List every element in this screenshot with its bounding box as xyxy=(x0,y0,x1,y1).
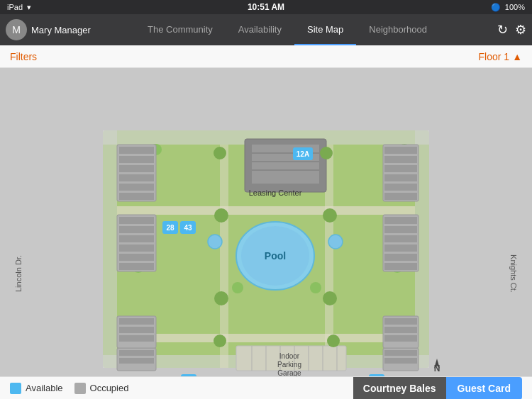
svg-rect-89 xyxy=(119,327,154,333)
svg-rect-64 xyxy=(384,147,417,154)
svg-rect-3 xyxy=(103,130,117,368)
svg-rect-61 xyxy=(119,184,154,191)
svg-rect-88 xyxy=(119,318,154,325)
svg-rect-96 xyxy=(384,327,417,333)
resident-name: Courtney Bales xyxy=(353,377,446,400)
settings-icon[interactable]: ⚙ xyxy=(515,22,526,38)
floor-label: Floor 1 xyxy=(479,51,510,62)
svg-rect-62 xyxy=(119,193,154,200)
svg-text:Parking: Parking xyxy=(277,361,301,369)
svg-rect-67 xyxy=(384,174,417,181)
svg-text:12A: 12A xyxy=(297,150,309,158)
svg-point-45 xyxy=(214,208,228,223)
svg-text:Leasing Center: Leasing Center xyxy=(249,189,302,197)
available-color-swatch xyxy=(10,383,21,394)
svg-rect-76 xyxy=(119,263,154,270)
svg-point-34 xyxy=(328,235,343,249)
svg-rect-104 xyxy=(181,374,196,376)
svg-rect-8 xyxy=(220,145,228,368)
sub-bar: Filters Floor 1 ▲ xyxy=(0,45,532,68)
svg-point-38 xyxy=(320,147,333,159)
battery-label: 100% xyxy=(505,3,525,11)
guest-card-button[interactable]: Guest Card xyxy=(446,377,522,400)
svg-rect-72 xyxy=(119,226,154,233)
status-bar: iPad ▾ 10:51 AM 🔵 100% xyxy=(0,0,532,14)
occupied-legend: Occupied xyxy=(74,383,129,394)
svg-text:43: 43 xyxy=(184,224,192,232)
svg-point-37 xyxy=(214,147,226,159)
svg-point-48 xyxy=(323,291,337,305)
svg-rect-69 xyxy=(384,193,417,200)
svg-rect-86 xyxy=(119,358,154,364)
svg-rect-59 xyxy=(119,165,154,172)
svg-rect-82 xyxy=(384,254,417,261)
svg-point-49 xyxy=(232,282,243,293)
svg-point-33 xyxy=(208,235,222,249)
svg-rect-75 xyxy=(119,254,154,261)
svg-text:Knights Ct.: Knights Ct. xyxy=(509,254,518,293)
user-section: M Mary Manager xyxy=(6,19,91,40)
svg-rect-7 xyxy=(117,334,415,342)
svg-rect-83 xyxy=(384,263,417,270)
svg-point-47 xyxy=(214,291,228,305)
svg-rect-60 xyxy=(119,174,154,181)
svg-rect-58 xyxy=(119,156,154,163)
refresh-icon[interactable]: ↻ xyxy=(497,22,508,38)
svg-text:Garage: Garage xyxy=(277,369,301,376)
svg-point-46 xyxy=(323,208,337,223)
svg-rect-6 xyxy=(117,206,415,215)
svg-point-52 xyxy=(214,335,226,347)
svg-rect-90 xyxy=(119,335,154,342)
available-legend: Available xyxy=(10,383,63,394)
tab-neighborhood[interactable]: Neighborhood xyxy=(356,14,440,45)
svg-rect-71 xyxy=(119,217,154,224)
nav-bar: M Mary Manager The Community Availabilit… xyxy=(0,14,532,45)
nav-tabs: The Community Availability Site Map Neig… xyxy=(91,14,484,45)
svg-text:28: 28 xyxy=(166,224,174,232)
svg-rect-78 xyxy=(384,217,417,224)
svg-rect-79 xyxy=(384,226,417,233)
svg-rect-68 xyxy=(384,184,417,191)
legend: Available Occupied xyxy=(10,383,128,394)
svg-rect-92 xyxy=(384,350,417,356)
carrier-label: iPad xyxy=(7,3,23,11)
footer-right: Courtney Bales Guest Card xyxy=(353,377,522,400)
svg-rect-66 xyxy=(384,165,417,172)
floor-selector[interactable]: Floor 1 ▲ xyxy=(479,51,522,62)
svg-rect-93 xyxy=(384,358,417,364)
occupied-color-swatch xyxy=(74,383,86,394)
svg-text:Indoor: Indoor xyxy=(279,352,300,360)
tab-site-map[interactable]: Site Map xyxy=(294,14,356,45)
footer: Available Occupied Courtney Bales Guest … xyxy=(0,376,532,399)
svg-rect-80 xyxy=(384,235,417,242)
avatar: M xyxy=(6,19,27,40)
wifi-icon: ▾ xyxy=(27,3,31,12)
nav-icons: ↻ ⚙ xyxy=(484,22,526,38)
svg-rect-57 xyxy=(119,147,154,154)
site-map-svg: 12A 28 43 16 65 Pool Leasing Center Indo… xyxy=(0,68,532,376)
tab-the-community[interactable]: The Community xyxy=(135,14,226,45)
svg-rect-73 xyxy=(119,235,154,242)
svg-text:Pool: Pool xyxy=(265,250,286,262)
tab-availability[interactable]: Availability xyxy=(226,14,294,45)
svg-rect-106 xyxy=(369,374,384,376)
site-map-container[interactable]: 12A 28 43 16 65 Pool Leasing Center Indo… xyxy=(0,68,532,376)
svg-rect-81 xyxy=(384,245,417,252)
available-label: Available xyxy=(26,383,63,393)
svg-text:Lincoln Dr.: Lincoln Dr. xyxy=(14,255,23,292)
user-name: Mary Manager xyxy=(31,25,91,35)
svg-rect-85 xyxy=(119,350,154,356)
occupied-label: Occupied xyxy=(90,383,129,393)
svg-rect-97 xyxy=(384,335,417,342)
filters-button[interactable]: Filters xyxy=(10,51,37,62)
svg-point-50 xyxy=(310,282,321,293)
chevron-up-icon: ▲ xyxy=(512,51,522,62)
svg-point-53 xyxy=(327,335,340,347)
svg-rect-65 xyxy=(384,156,417,163)
svg-rect-74 xyxy=(119,245,154,252)
time-label: 10:51 AM xyxy=(248,2,284,12)
svg-rect-95 xyxy=(384,318,417,325)
bluetooth-icon: 🔵 xyxy=(491,3,501,12)
